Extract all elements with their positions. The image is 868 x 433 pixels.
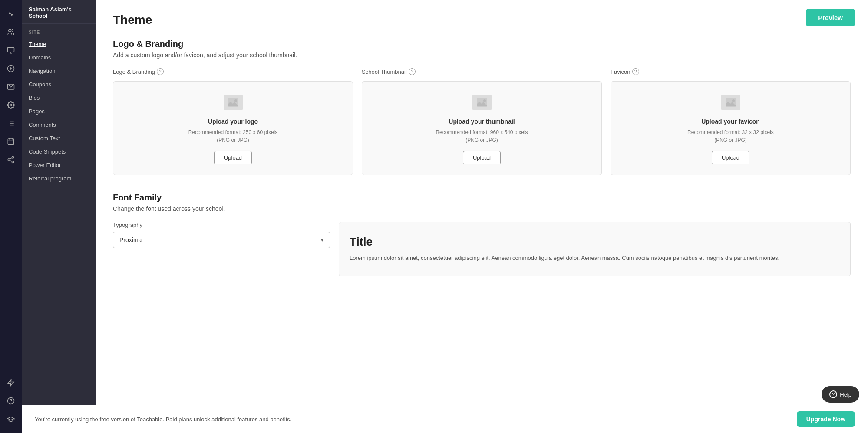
settings-icon[interactable] xyxy=(3,97,19,113)
favicon-card-desc: Recommended format: 32 x 32 pixels (PNG … xyxy=(687,128,774,144)
upgrade-now-button[interactable]: Upgrade Now xyxy=(797,411,855,427)
favicon-card-title: Upload your favicon xyxy=(701,118,760,125)
bottom-bar: You're currently using the free version … xyxy=(22,405,868,433)
logo-upload-card: Upload your logo Recommended format: 250… xyxy=(113,81,353,175)
favicon-label: Favicon ? xyxy=(611,68,851,75)
svg-point-8 xyxy=(10,104,12,106)
font-row: Typography Proxima Georgia Arial Helveti… xyxy=(113,222,851,276)
help-circle-icon[interactable] xyxy=(3,393,19,409)
help-label: Help xyxy=(840,391,851,398)
preview-button[interactable]: Preview xyxy=(806,9,855,26)
reports-icon[interactable] xyxy=(3,134,19,149)
logo-help-icon[interactable]: ? xyxy=(157,68,164,75)
upload-labels-row: Logo & Branding ? School Thumbnail ? Fav… xyxy=(113,68,851,75)
free-plan-notice: You're currently using the free version … xyxy=(35,416,291,423)
favicon-upload-button[interactable]: Upload xyxy=(712,151,749,164)
thumbnail-upload-button[interactable]: Upload xyxy=(463,151,501,164)
svg-point-30 xyxy=(483,99,486,102)
logo-branding-description: Add a custom logo and/or favicon, and ad… xyxy=(113,52,851,59)
courses-icon[interactable] xyxy=(3,43,19,58)
font-preview-body: Lorem ipsum dolor sit amet, consectetuer… xyxy=(350,254,840,263)
favicon-placeholder-icon xyxy=(721,95,740,110)
main-content: Preview Theme Logo & Branding Add a cust… xyxy=(96,0,868,433)
sidebar-item-pages[interactable]: Pages xyxy=(22,105,96,118)
thumbnail-help-icon[interactable]: ? xyxy=(409,68,416,75)
page-title: Theme xyxy=(113,13,851,27)
thumbnail-label: School Thumbnail ? xyxy=(362,68,602,75)
svg-rect-15 xyxy=(8,139,14,145)
svg-point-0 xyxy=(9,29,11,32)
svg-line-23 xyxy=(10,158,12,159)
logo-upload-button[interactable]: Upload xyxy=(214,151,252,164)
email-icon[interactable] xyxy=(3,79,19,95)
font-preview-area: Title Lorem ipsum dolor sit amet, consec… xyxy=(339,222,851,276)
favicon-upload-card: Upload your favicon Recommended format: … xyxy=(611,81,851,175)
font-preview-title: Title xyxy=(350,235,840,249)
svg-point-20 xyxy=(8,159,10,161)
thumbnail-card-desc: Recommended format: 960 x 540 pixels (PN… xyxy=(436,128,528,144)
font-family-section: Font Family Change the font used across … xyxy=(113,193,851,276)
font-selector-area: Typography Proxima Georgia Arial Helveti… xyxy=(113,222,330,276)
sidebar-item-coupons[interactable]: Coupons xyxy=(22,78,96,91)
svg-rect-1 xyxy=(8,47,14,52)
sidebar-item-bios[interactable]: Bios xyxy=(22,91,96,105)
school-name: Salman Aslam's School xyxy=(22,0,96,24)
typography-label: Typography xyxy=(113,222,330,228)
sidebar-item-comments[interactable]: Comments xyxy=(22,118,96,131)
logo-branding-section: Logo & Branding Add a custom logo and/or… xyxy=(113,39,851,175)
icon-sidebar xyxy=(0,0,22,433)
integrations-icon[interactable] xyxy=(3,152,19,167)
svg-point-19 xyxy=(12,157,14,159)
sidebar-item-referral-program[interactable]: Referral program xyxy=(22,172,96,185)
svg-point-32 xyxy=(732,99,735,102)
svg-point-21 xyxy=(12,161,14,163)
logo-branding-title: Logo & Branding xyxy=(113,39,851,49)
sidebar-item-code-snippets[interactable]: Code Snippets xyxy=(22,145,96,158)
nav-panel: Salman Aslam's School SITE Theme Domains… xyxy=(22,0,96,433)
users-icon[interactable] xyxy=(3,24,19,40)
sidebar-item-custom-text[interactable]: Custom Text xyxy=(22,131,96,145)
font-family-title: Font Family xyxy=(113,193,851,203)
logo-card-desc: Recommended format: 250 x 60 pixels (PNG… xyxy=(188,128,277,144)
lightning-icon[interactable] xyxy=(3,375,19,390)
svg-marker-24 xyxy=(8,380,14,386)
help-circle-icon: ? xyxy=(829,390,837,398)
font-family-select[interactable]: Proxima Georgia Arial Helvetica Times Ne… xyxy=(113,232,330,248)
sidebar-item-theme[interactable]: Theme xyxy=(22,37,96,51)
font-select-wrapper: Proxima Georgia Arial Helvetica Times Ne… xyxy=(113,232,330,248)
graduation-icon[interactable] xyxy=(3,411,19,427)
sales-icon[interactable] xyxy=(3,61,19,76)
thumbnail-placeholder-icon xyxy=(472,95,492,110)
thumbnail-upload-card: Upload your thumbnail Recommended format… xyxy=(362,81,602,175)
svg-point-28 xyxy=(234,99,237,102)
upload-cards-row: Upload your logo Recommended format: 250… xyxy=(113,81,851,175)
font-family-description: Change the font used across your school. xyxy=(113,205,851,212)
library-icon[interactable] xyxy=(3,115,19,131)
logo-card-title: Upload your logo xyxy=(208,118,258,125)
logo-placeholder-icon xyxy=(224,95,243,110)
sidebar-item-power-editor[interactable]: Power Editor xyxy=(22,158,96,172)
analytics-icon[interactable] xyxy=(3,6,19,22)
sidebar-item-navigation[interactable]: Navigation xyxy=(22,64,96,78)
favicon-help-icon[interactable]: ? xyxy=(632,68,639,75)
logo-label: Logo & Branding ? xyxy=(113,68,353,75)
thumbnail-card-title: Upload your thumbnail xyxy=(449,118,515,125)
help-button[interactable]: ? Help xyxy=(822,386,859,403)
sidebar-item-domains[interactable]: Domains xyxy=(22,51,96,64)
svg-line-22 xyxy=(10,160,12,161)
site-section-label: SITE xyxy=(22,24,96,37)
